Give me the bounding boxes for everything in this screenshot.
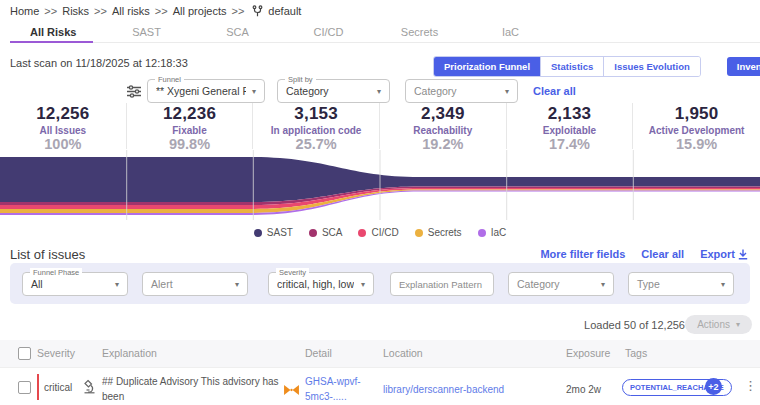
breadcrumb: Home >> Risks >> All risks >> All projec… bbox=[10, 5, 301, 17]
loaded-count: Loaded 50 of 12,256 bbox=[584, 319, 685, 331]
loaded-row: Loaded 50 of 12,256 Actions ▾ bbox=[0, 315, 760, 335]
breadcrumb-separator: >> bbox=[44, 5, 57, 17]
stat-exploitable: 2,133 Exploitable 17.4% bbox=[507, 103, 634, 149]
actions-button[interactable]: Actions ▾ bbox=[685, 315, 752, 334]
funnel-phase-label: Funnel Phase bbox=[30, 268, 82, 277]
view-switcher: Priorization Funnel Statistics Issues Ev… bbox=[433, 56, 760, 77]
tab-sca[interactable]: SCA bbox=[192, 22, 283, 42]
legend-label: CI/CD bbox=[371, 227, 398, 238]
location-link[interactable]: library/derscanner-backend bbox=[383, 382, 504, 397]
tab-secrets[interactable]: Secrets bbox=[374, 22, 465, 42]
download-icon bbox=[738, 249, 748, 260]
split-by-select[interactable]: Split by Category ▾ bbox=[277, 79, 390, 103]
column-detail[interactable]: Detail bbox=[305, 347, 332, 359]
kebab-menu-icon[interactable]: ⋮ bbox=[744, 378, 757, 393]
risk-tabs: All Risks SAST SCA CI/CD Secrets IaC bbox=[10, 22, 760, 43]
chevron-down-icon: ▾ bbox=[229, 280, 239, 289]
tab-cicd[interactable]: CI/CD bbox=[283, 22, 374, 42]
secrets-dot-icon bbox=[415, 229, 423, 237]
legend-item-sast[interactable]: SAST bbox=[254, 227, 293, 238]
legend-label: SCA bbox=[322, 227, 343, 238]
issues-table-header: Severity Explanation Detail Location Exp… bbox=[0, 340, 760, 367]
row-checkbox[interactable] bbox=[18, 381, 31, 394]
severity-indicator-bar bbox=[37, 374, 39, 400]
stat-value: 12,236 bbox=[127, 104, 253, 124]
git-branch-icon bbox=[252, 5, 263, 17]
column-tags[interactable]: Tags bbox=[625, 347, 647, 359]
split-by-label: Split by bbox=[285, 75, 316, 84]
column-explanation[interactable]: Explanation bbox=[102, 347, 157, 359]
breadcrumb-separator: >> bbox=[94, 5, 107, 17]
legend-label: SAST bbox=[267, 227, 293, 238]
list-of-issues-title: List of issues bbox=[10, 247, 85, 262]
legend-item-cicd[interactable]: CI/CD bbox=[358, 227, 398, 238]
funnel-select[interactable]: Funnel ** Xygeni General Prioritizat... … bbox=[147, 79, 265, 103]
type-placeholder: Type bbox=[637, 278, 660, 290]
stat-value: 12,256 bbox=[0, 104, 126, 124]
stat-label: All Issues bbox=[0, 125, 126, 136]
chevron-down-icon: ▾ bbox=[246, 87, 256, 96]
tab-all-risks[interactable]: All Risks bbox=[10, 22, 101, 42]
stat-active-development: 1,950 Active Development 15.9% bbox=[633, 103, 760, 149]
category-placeholder: Category bbox=[414, 85, 457, 97]
inventory-assets-button[interactable]: Inventory Assets bbox=[727, 57, 760, 76]
issues-clear-all-link[interactable]: Clear all bbox=[641, 248, 684, 260]
stat-all-issues: 12,256 All Issues 100% bbox=[0, 103, 127, 149]
alert-placeholder: Alert bbox=[151, 278, 173, 290]
breadcrumb-home[interactable]: Home bbox=[10, 5, 39, 17]
stat-label: Fixable bbox=[127, 125, 253, 136]
export-link[interactable]: Export bbox=[700, 248, 748, 260]
column-exposure[interactable]: Exposure bbox=[566, 347, 610, 359]
alert-select[interactable]: Alert ▾ bbox=[142, 272, 248, 296]
legend-item-secrets[interactable]: Secrets bbox=[415, 227, 462, 238]
exposure-value: 2mo 2w bbox=[566, 382, 601, 397]
column-location[interactable]: Location bbox=[383, 347, 423, 359]
explanation-cell[interactable]: ## Duplicate Advisory This advisory has … bbox=[102, 374, 297, 405]
priorization-funnel-button[interactable]: Priorization Funnel bbox=[434, 57, 541, 76]
severity-label: Severity bbox=[276, 268, 309, 277]
legend-item-iac[interactable]: IaC bbox=[478, 227, 507, 238]
stat-label: Exploitable bbox=[507, 125, 633, 136]
stat-reachability: 2,349 Reachability 19.2% bbox=[380, 103, 507, 149]
funnel-select-value: ** Xygeni General Prioritizat... bbox=[156, 85, 246, 97]
stat-fixable: 12,236 Fixable 99.8% bbox=[127, 103, 254, 149]
table-row[interactable]: critical ## Duplicate Advisory This advi… bbox=[0, 367, 760, 405]
risks-dashboard: Home >> Risks >> All risks >> All projec… bbox=[0, 0, 760, 405]
legend-label: Secrets bbox=[428, 227, 462, 238]
category-select[interactable]: Category ▾ bbox=[405, 79, 518, 103]
stat-label: Active Development bbox=[633, 125, 760, 136]
legend-label: IaC bbox=[491, 227, 507, 238]
iac-dot-icon bbox=[478, 229, 486, 237]
column-severity[interactable]: Severity bbox=[37, 347, 75, 359]
select-all-checkbox[interactable] bbox=[18, 347, 31, 360]
stat-value: 2,133 bbox=[507, 104, 633, 124]
legend-item-sca[interactable]: SCA bbox=[309, 227, 343, 238]
breadcrumb-all-projects[interactable]: All projects bbox=[173, 5, 227, 17]
statistics-button[interactable]: Statistics bbox=[541, 57, 604, 76]
category-filter-select[interactable]: Category ▾ bbox=[508, 272, 614, 296]
chevron-down-icon: ▾ bbox=[109, 280, 119, 289]
chevron-down-icon: ▾ bbox=[595, 280, 605, 289]
tab-iac[interactable]: IaC bbox=[465, 22, 556, 42]
chevron-down-icon: ▾ bbox=[355, 280, 365, 289]
filter-sliders-icon[interactable] bbox=[127, 84, 141, 102]
funnel-phase-select[interactable]: Funnel Phase All ▾ bbox=[22, 272, 128, 296]
more-filter-fields-link[interactable]: More filter fields bbox=[540, 248, 625, 260]
detail-line1: GHSA-wpvf- bbox=[305, 376, 361, 387]
detail-link[interactable]: GHSA-wpvf- 5mc3-..... bbox=[305, 374, 361, 404]
issues-evolution-button[interactable]: Issues Evolution bbox=[604, 57, 700, 76]
explanation-pattern-input[interactable]: Explanation Pattern bbox=[390, 272, 494, 296]
funnel-stats: 12,256 All Issues 100% 12,236 Fixable 99… bbox=[0, 103, 760, 149]
breadcrumb-branch[interactable]: default bbox=[268, 5, 301, 17]
tab-sast[interactable]: SAST bbox=[101, 22, 192, 42]
clear-all-link[interactable]: Clear all bbox=[533, 85, 576, 97]
breadcrumb-all-risks[interactable]: All risks bbox=[112, 5, 150, 17]
tag-more-badge[interactable]: +2 bbox=[705, 378, 722, 395]
breadcrumb-risks[interactable]: Risks bbox=[62, 5, 89, 17]
view-segmented-control: Priorization Funnel Statistics Issues Ev… bbox=[433, 56, 701, 77]
category-filter-placeholder: Category bbox=[517, 278, 560, 290]
advisory-icon bbox=[283, 382, 300, 400]
funnel-controls: Funnel ** Xygeni General Prioritizat... … bbox=[0, 79, 760, 103]
severity-select[interactable]: Severity critical, high, low ▾ bbox=[268, 272, 374, 296]
type-select[interactable]: Type ▾ bbox=[628, 272, 734, 296]
